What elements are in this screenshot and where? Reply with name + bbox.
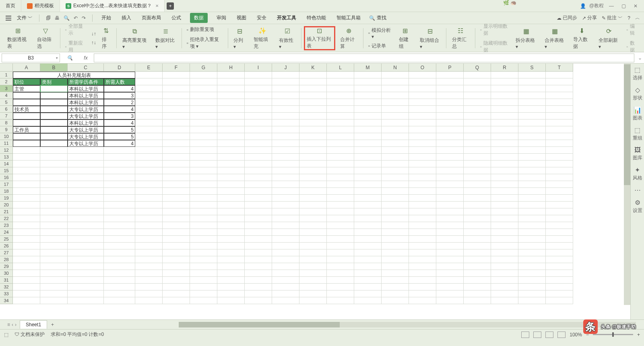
cell-P4[interactable] bbox=[436, 92, 464, 99]
cell-L17[interactable] bbox=[327, 181, 354, 188]
cell-J22[interactable] bbox=[272, 215, 299, 222]
cell-E34[interactable] bbox=[135, 297, 163, 304]
cell-J20[interactable] bbox=[272, 202, 299, 208]
cell-C12[interactable] bbox=[68, 147, 104, 154]
cell-L26[interactable] bbox=[327, 243, 354, 249]
cell-C14[interactable] bbox=[68, 161, 104, 167]
cell-H13[interactable] bbox=[217, 154, 245, 161]
cell-D26[interactable] bbox=[104, 243, 135, 249]
cell-G17[interactable] bbox=[190, 181, 217, 188]
row-header-24[interactable]: 24 bbox=[0, 229, 13, 236]
menu-tab-数据[interactable]: 数据 bbox=[190, 13, 208, 23]
cell-Q21[interactable] bbox=[464, 208, 491, 215]
cell-I33[interactable] bbox=[245, 290, 272, 297]
cell-N28[interactable] bbox=[382, 256, 409, 263]
menu-tab-开始[interactable]: 开始 bbox=[100, 13, 113, 23]
cell-S33[interactable] bbox=[518, 290, 546, 297]
cell-Q8[interactable] bbox=[464, 119, 491, 126]
menu-tab-开发工具[interactable]: 开发工具 bbox=[275, 13, 298, 23]
cell-T1[interactable] bbox=[546, 72, 573, 78]
tab-home[interactable]: 首页 bbox=[0, 0, 21, 12]
cell-M29[interactable] bbox=[354, 263, 382, 270]
cell-N16[interactable] bbox=[382, 174, 409, 181]
cell-I18[interactable] bbox=[245, 188, 272, 195]
cell-F27[interactable] bbox=[163, 249, 190, 256]
ribbon-合并计算[interactable]: ⊕合并计算 bbox=[337, 26, 361, 50]
cell-E12[interactable] bbox=[135, 147, 163, 154]
cell-N18[interactable] bbox=[382, 188, 409, 195]
cell-O3[interactable] bbox=[409, 85, 436, 92]
cell-L25[interactable] bbox=[327, 236, 354, 243]
cell-P16[interactable] bbox=[436, 174, 464, 181]
cell-O21[interactable] bbox=[409, 208, 436, 215]
close-icon[interactable]: ✕ bbox=[155, 4, 159, 8]
cell-I28[interactable] bbox=[245, 256, 272, 263]
cell-G9[interactable] bbox=[190, 126, 217, 133]
cell-L34[interactable] bbox=[327, 297, 354, 304]
cell-G11[interactable] bbox=[190, 140, 217, 147]
cell-T29[interactable] bbox=[546, 263, 573, 270]
cell-A18[interactable] bbox=[13, 188, 40, 195]
cell-E2[interactable] bbox=[135, 78, 163, 85]
ribbon-高亮重复项[interactable]: ⧉高亮重复项 ▾ bbox=[119, 26, 151, 50]
cell-R7[interactable] bbox=[491, 113, 518, 119]
cell-G8[interactable] bbox=[190, 119, 217, 126]
cell-M12[interactable] bbox=[354, 147, 382, 154]
cell-O22[interactable] bbox=[409, 215, 436, 222]
cell-C34[interactable] bbox=[68, 297, 104, 304]
cell-J13[interactable] bbox=[272, 154, 299, 161]
row-header-14[interactable]: 14 bbox=[0, 161, 13, 167]
cell-P3[interactable] bbox=[436, 85, 464, 92]
cell-S27[interactable] bbox=[518, 249, 546, 256]
menu-tab-特色功能[interactable]: 特色功能 bbox=[305, 13, 328, 23]
cell-E10[interactable] bbox=[135, 133, 163, 140]
cell-T25[interactable] bbox=[546, 236, 573, 243]
cell-F12[interactable] bbox=[163, 147, 190, 154]
share-button[interactable]: ↗分享 bbox=[582, 14, 597, 21]
cell-S17[interactable] bbox=[518, 181, 546, 188]
cell-H7[interactable] bbox=[217, 113, 245, 119]
cell-F15[interactable] bbox=[163, 167, 190, 174]
cell-I13[interactable] bbox=[245, 154, 272, 161]
cell-H12[interactable] bbox=[217, 147, 245, 154]
cell-M14[interactable] bbox=[354, 161, 382, 167]
cell-A11[interactable] bbox=[13, 140, 40, 147]
cell-N13[interactable] bbox=[382, 154, 409, 161]
cell-Q26[interactable] bbox=[464, 243, 491, 249]
cell-K5[interactable] bbox=[299, 99, 327, 106]
cell-C32[interactable] bbox=[68, 284, 104, 290]
cell-E9[interactable] bbox=[135, 126, 163, 133]
cell-N23[interactable] bbox=[382, 222, 409, 229]
formula-input[interactable] bbox=[94, 54, 634, 62]
zoom-slider[interactable] bbox=[593, 334, 633, 335]
cell-K19[interactable] bbox=[299, 195, 327, 202]
cell-I15[interactable] bbox=[245, 167, 272, 174]
cell-A9[interactable]: 工作员 bbox=[13, 126, 40, 133]
cell-E29[interactable] bbox=[135, 263, 163, 270]
cell-A23[interactable] bbox=[13, 222, 40, 229]
cell-D3[interactable]: 4 bbox=[104, 85, 135, 92]
cell-I30[interactable] bbox=[245, 270, 272, 277]
cell-R28[interactable] bbox=[491, 256, 518, 263]
cell-T12[interactable] bbox=[546, 147, 573, 154]
cell-P14[interactable] bbox=[436, 161, 464, 167]
ribbon-模拟分析[interactable]: ▫模拟分析 ▾ bbox=[366, 26, 394, 40]
cell-M21[interactable] bbox=[354, 208, 382, 215]
cell-D4[interactable]: 3 bbox=[104, 92, 135, 99]
cell-R22[interactable] bbox=[491, 215, 518, 222]
cell-D24[interactable] bbox=[104, 229, 135, 236]
cell-E32[interactable] bbox=[135, 284, 163, 290]
cell-D23[interactable] bbox=[104, 222, 135, 229]
cell-D21[interactable] bbox=[104, 208, 135, 215]
cell-O16[interactable] bbox=[409, 174, 436, 181]
cell-E17[interactable] bbox=[135, 181, 163, 188]
cell-R31[interactable] bbox=[491, 277, 518, 284]
cell-R14[interactable] bbox=[491, 161, 518, 167]
cell-G7[interactable] bbox=[190, 113, 217, 119]
cell-I5[interactable] bbox=[245, 99, 272, 106]
cell-B26[interactable] bbox=[40, 243, 68, 249]
cell-M7[interactable] bbox=[354, 113, 382, 119]
col-header-R[interactable]: R bbox=[491, 64, 518, 72]
cell-I10[interactable] bbox=[245, 133, 272, 140]
cell-O15[interactable] bbox=[409, 167, 436, 174]
